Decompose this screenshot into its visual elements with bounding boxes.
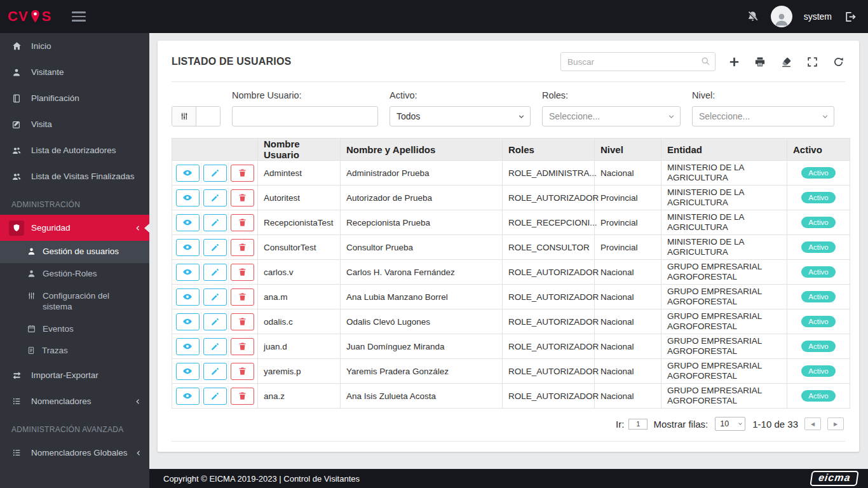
edit-button[interactable] — [203, 338, 227, 355]
edit-button[interactable] — [203, 214, 227, 231]
prev-page-button[interactable]: ◀ — [804, 417, 821, 430]
sidebar-item-importar-exportar[interactable]: Importar-Exportar — [0, 362, 149, 388]
clear-button[interactable] — [779, 55, 793, 69]
view-button[interactable] — [176, 264, 200, 281]
sidebar-item-visitante[interactable]: Visitante — [0, 59, 149, 85]
table-row: ana.m Ana Lubia Manzano Borrel ROLE_AUTO… — [172, 285, 850, 309]
nombre-usuario-input[interactable] — [232, 106, 378, 126]
sidebar-subitem-gestion-roles[interactable]: Gestión-Roles — [0, 263, 149, 285]
sidebar-item-planificacion[interactable]: Planificación — [0, 85, 149, 111]
add-button[interactable] — [727, 55, 741, 69]
rows-per-page-select[interactable]: 10 — [715, 417, 745, 431]
search-input[interactable] — [560, 52, 715, 71]
col-header-entidad: Entidad — [661, 139, 787, 161]
search-box — [560, 52, 715, 71]
logo-text-right: S — [42, 8, 52, 25]
cell-activo: Activo — [787, 384, 850, 409]
logout-icon[interactable] — [843, 10, 857, 24]
print-button[interactable] — [753, 55, 767, 69]
delete-icon — [238, 193, 247, 203]
col-header-roles: Roles — [503, 139, 595, 161]
topbar-right: system — [746, 6, 857, 27]
sidebar-subitem-trazas[interactable]: Trazas — [0, 340, 149, 362]
sidebar-subitem-configuracion-sistema[interactable]: Configuración del sistema — [0, 285, 133, 318]
edit-button[interactable] — [203, 264, 227, 281]
sidebar-item-inicio[interactable]: Inicio — [0, 33, 149, 59]
notifications-off-icon[interactable] — [746, 10, 759, 24]
delete-button[interactable] — [231, 288, 254, 306]
edit-button[interactable] — [203, 189, 227, 207]
app-logo[interactable]: CV S — [8, 8, 51, 25]
cell-activo: Activo — [787, 359, 850, 384]
cell-nivel: Nacional — [595, 359, 661, 384]
edit-button[interactable] — [203, 363, 227, 380]
edit-button[interactable] — [203, 388, 227, 405]
hamburger-icon[interactable] — [72, 11, 86, 22]
view-button[interactable] — [176, 165, 200, 182]
view-button[interactable] — [176, 239, 200, 256]
cell-usuario: Admintest — [258, 161, 341, 186]
view-button[interactable] — [176, 338, 200, 355]
sidebar-item-lista-visitas-finalizadas[interactable]: Lista de Visitas Finalizadas — [0, 163, 149, 189]
filter-toggle-blank[interactable] — [196, 107, 220, 126]
sidebar-subitem-label: Eventos — [43, 324, 74, 335]
sidebar-item-label: Nomencladores — [31, 396, 92, 406]
cell-activo: Activo — [787, 285, 850, 309]
refresh-button[interactable] — [831, 55, 845, 69]
view-button[interactable] — [176, 363, 200, 380]
sidebar-subitem-eventos[interactable]: Eventos — [0, 318, 149, 341]
view-button[interactable] — [176, 388, 200, 405]
delete-button[interactable] — [231, 214, 254, 231]
search-icon — [700, 56, 711, 69]
delete-button[interactable] — [231, 388, 254, 405]
cell-roles: ROLE_RECEPCIONI... — [503, 210, 595, 235]
person-icon — [773, 11, 790, 27]
delete-icon — [238, 168, 247, 178]
delete-button[interactable] — [231, 239, 254, 256]
sidebar-item-seguridad[interactable]: Seguridad — [0, 215, 149, 241]
filter-toggle-button[interactable] — [172, 107, 196, 126]
page-number-input[interactable] — [628, 419, 648, 430]
avatar[interactable] — [771, 6, 792, 27]
edit-button[interactable] — [203, 313, 227, 330]
edit-button[interactable] — [203, 239, 227, 256]
sidebar-subitem-gestion-usuarios[interactable]: Gestión de usuarios — [0, 241, 149, 263]
cell-nombre: Carlos H. Varona Fernández — [341, 260, 503, 285]
view-button[interactable] — [176, 214, 200, 231]
activo-select[interactable]: Todos — [390, 106, 531, 126]
sidebar-item-nomencladores-globales[interactable]: Nomencladores Globales — [0, 440, 149, 466]
delete-button[interactable] — [231, 165, 254, 182]
delete-button[interactable] — [231, 338, 254, 355]
view-button[interactable] — [176, 189, 200, 207]
cell-entidad: GRUPO EMPRESARIAL AGROFORESTAL — [661, 260, 787, 285]
fullscreen-button[interactable] — [805, 55, 819, 69]
cell-usuario: RecepcionistaTest — [258, 210, 341, 235]
delete-button[interactable] — [231, 264, 254, 281]
delete-button[interactable] — [231, 363, 254, 380]
view-icon — [182, 391, 193, 401]
sidebar-item-lista-autorizadores[interactable]: Lista de Autorizadores — [0, 137, 149, 163]
col-header-activo: Activo — [787, 139, 850, 161]
sidebar-item-label: Planificación — [31, 93, 79, 103]
delete-icon — [238, 242, 247, 252]
sidebar-item-nomencladores[interactable]: Nomencladores — [0, 388, 149, 414]
cell-entidad: MINISTERIO DE LA AGRICULTURA — [661, 161, 787, 186]
view-button[interactable] — [176, 288, 200, 306]
roles-select[interactable]: Seleccione... — [542, 106, 681, 126]
cell-entidad: MINISTERIO DE LA AGRICULTURA — [661, 210, 787, 235]
sidebar-item-visita[interactable]: Visita — [0, 111, 149, 137]
cell-usuario: ConsultorTest — [258, 235, 341, 260]
sidebar-subitem-label: Trazas — [42, 346, 68, 356]
delete-button[interactable] — [231, 313, 254, 330]
cell-activo: Activo — [787, 161, 850, 186]
edit-button[interactable] — [203, 165, 227, 182]
next-page-button[interactable]: ▶ — [827, 417, 844, 430]
view-button[interactable] — [176, 313, 200, 330]
edit-button[interactable] — [203, 288, 227, 306]
home-icon — [11, 41, 22, 51]
table-row: ana.z Ana Isis Zulueta Acosta ROLE_AUTOR… — [172, 384, 850, 409]
table-row: odalis.c Odalis Clevó Lugones ROLE_AUTOR… — [172, 309, 850, 334]
view-icon — [182, 242, 193, 252]
delete-button[interactable] — [231, 189, 254, 207]
nivel-select[interactable]: Seleccione... — [692, 106, 834, 126]
